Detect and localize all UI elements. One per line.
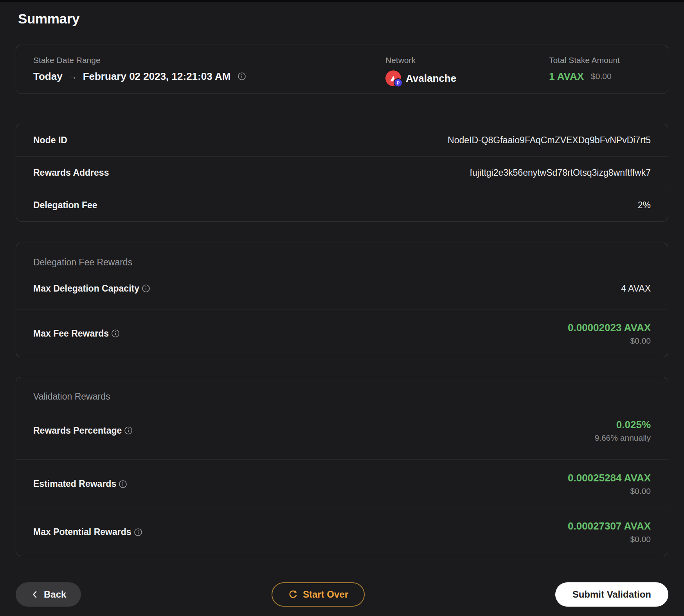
rewards-address-row: Rewards Address fujittgi2e3k56enytwSd78r… [16,156,668,189]
max-potential-rewards-text: Max Potential Rewards [33,527,131,537]
validation-rewards-section-label: Validation Rewards [16,377,668,402]
total-stake-amount: 1 AVAX [549,70,584,82]
refresh-icon [288,589,298,600]
delegation-fee-label: Delegation Fee [33,200,97,211]
summary-page: Summary Stake Date Range Today → Februar… [0,11,684,607]
estimated-rewards-usd: $0.00 [630,486,651,496]
max-potential-rewards-value-stack: 0.00027307 AVAX $0.00 [568,520,651,544]
back-button[interactable]: Back [16,582,81,607]
submit-validation-button-label: Submit Validation [572,589,651,600]
delegation-fee-rewards-section-label: Delegation Fee Rewards [16,243,668,267]
max-delegation-capacity-row: Max Delegation Capacity 4 AVAX [16,267,668,310]
max-fee-rewards-label: Max Fee Rewards [33,328,120,339]
total-stake-value: 1 AVAX $0.00 [549,70,651,82]
arrow-right-icon: → [67,70,78,82]
max-potential-rewards-usd: $0.00 [630,535,651,544]
info-icon[interactable] [134,528,142,537]
info-icon[interactable] [142,284,150,293]
network-column: Network P Avalanche [385,56,549,86]
estimated-rewards-value-stack: 0.00025284 AVAX $0.00 [568,472,651,496]
footer-actions: Back Start Over Submit Validation [16,582,668,607]
avalanche-logo-icon: P [385,70,401,86]
rewards-address-label: Rewards Address [33,168,109,178]
info-icon[interactable] [119,480,127,488]
stake-date-range-column: Stake Date Range Today → February 02 202… [33,56,385,82]
max-delegation-capacity-text: Max Delegation Capacity [33,283,139,294]
stake-date-from: Today [33,70,63,82]
estimated-rewards-row: Estimated Rewards 0.00025284 AVAX $0.00 [16,459,668,508]
network-label: Network [385,56,549,65]
stake-date-range-label: Stake Date Range [33,56,385,65]
total-stake-usd: $0.00 [591,70,612,82]
max-fee-rewards-value: 0.00002023 AVAX [568,322,651,333]
info-icon[interactable] [124,426,133,435]
chevron-left-icon [31,590,39,599]
rewards-percentage-annual: 9.66% annually [594,433,651,443]
max-potential-rewards-label: Max Potential Rewards [33,527,142,537]
max-delegation-capacity-label: Max Delegation Capacity [33,283,150,294]
rewards-percentage-value: 0.025% [616,419,651,430]
rewards-percentage-label: Rewards Percentage [33,425,133,436]
total-stake-column: Total Stake Amount 1 AVAX $0.00 [549,56,651,82]
submit-validation-button[interactable]: Submit Validation [555,582,668,607]
max-delegation-capacity-value: 4 AVAX [621,283,651,294]
info-icon[interactable] [238,72,246,81]
estimated-rewards-text: Estimated Rewards [33,479,116,489]
network-name: Avalanche [406,72,456,84]
node-id-row: Node ID NodeID-Q8Gfaaio9FAqCmZVEXDq9bFvN… [16,124,668,156]
estimated-rewards-value: 0.00025284 AVAX [568,472,651,484]
max-fee-rewards-row: Max Fee Rewards 0.00002023 AVAX $0.00 [16,310,668,357]
max-fee-rewards-usd: $0.00 [630,336,651,346]
rewards-percentage-text: Rewards Percentage [33,425,122,436]
rewards-address-value: fujittgi2e3k56enytwSd78rtOtsq3izg8wnftff… [470,168,651,178]
max-fee-rewards-text: Max Fee Rewards [33,328,109,339]
node-details-card: Node ID NodeID-Q8Gfaaio9FAqCmZVEXDq9bFvN… [16,124,668,222]
estimated-rewards-label: Estimated Rewards [33,479,127,489]
stake-overview-card: Stake Date Range Today → February 02 202… [16,45,668,94]
validation-rewards-card: Validation Rewards Rewards Percentage 0.… [16,377,668,556]
max-fee-rewards-value-stack: 0.00002023 AVAX $0.00 [568,322,651,346]
total-stake-label: Total Stake Amount [549,56,651,65]
delegation-fee-rewards-card: Delegation Fee Rewards Max Delegation Ca… [16,243,668,357]
node-id-label: Node ID [33,135,67,146]
rewards-percentage-value-stack: 0.025% 9.66% annually [594,419,651,443]
delegation-fee-value: 2% [638,200,651,211]
max-potential-rewards-value: 0.00027307 AVAX [568,520,651,532]
p-chain-badge: P [394,78,403,87]
delegation-fee-row: Delegation Fee 2% [16,189,668,221]
node-id-value: NodeID-Q8Gfaaio9FAqCmZVEXDq9bFvNPvDi7rt5 [448,135,651,146]
max-potential-rewards-row: Max Potential Rewards 0.00027307 AVAX $0… [16,508,668,556]
stake-date-range-value: Today → February 02 2023, 12:21:03 AM [33,70,385,82]
rewards-percentage-row: Rewards Percentage 0.025% 9.66% annually [16,402,668,459]
page-title: Summary [18,11,668,27]
top-divider [0,0,684,2]
info-icon[interactable] [111,329,120,338]
network-value: P Avalanche [385,70,549,86]
stake-date-to: February 02 2023, 12:21:03 AM [83,70,231,82]
back-button-label: Back [44,589,66,600]
start-over-button-label: Start Over [303,589,348,600]
start-over-button[interactable]: Start Over [272,582,365,607]
